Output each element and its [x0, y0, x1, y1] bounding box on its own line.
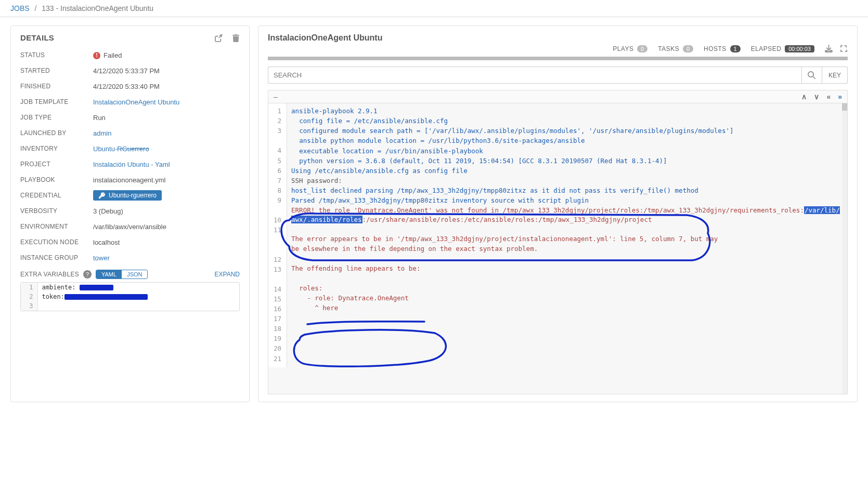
- output-line: [291, 254, 843, 264]
- finished-label: FINISHED: [20, 83, 93, 90]
- job-type-value: Run: [93, 114, 240, 122]
- inventory-label: INVENTORY: [20, 145, 93, 152]
- environment-label: ENVIRONMENT: [20, 223, 93, 230]
- verbosity-value: 3 (Debug): [93, 207, 240, 215]
- delete-icon[interactable]: [232, 33, 240, 42]
- toggle-json[interactable]: JSON: [122, 270, 147, 278]
- toggle-yaml[interactable]: YAML: [96, 270, 122, 278]
- job-template-label: JOB TEMPLATE: [20, 98, 93, 105]
- output-line: SSH password:: [291, 176, 843, 186]
- relaunch-icon[interactable]: [215, 33, 225, 42]
- status-failed-icon: !: [93, 52, 100, 59]
- output-line: be elsewhere in the file depending on th…: [291, 244, 843, 254]
- playbook-value: instalaciononeagent.yml: [93, 176, 240, 184]
- nav-top-icon[interactable]: «: [826, 92, 831, 101]
- output-panel: InstalacionOneAgent Ubuntu PLAYS 0 TASKS…: [258, 25, 858, 402]
- breadcrumb-sep: /: [34, 4, 36, 12]
- plays-count: 0: [637, 45, 647, 52]
- output-line: ansible-playbook 2.9.1: [291, 107, 843, 116]
- started-value: 4/12/2020 5:33:37 PM: [93, 67, 240, 75]
- output-line: config file = /etc/ansible/ansible.cfg: [291, 116, 843, 126]
- environment-value: /var/lib/awx/venv/ansible: [93, 223, 240, 231]
- redacted-value: [80, 285, 113, 290]
- elapsed-value: 00:00:03: [785, 45, 814, 52]
- extra-vars-editor[interactable]: 1ambiente: 2token: 3: [20, 282, 240, 311]
- output-line: python version = 3.6.8 (default, Oct 11 …: [291, 156, 843, 166]
- redacted-value: [64, 294, 148, 300]
- help-icon[interactable]: ?: [83, 270, 92, 278]
- search-input[interactable]: [268, 67, 801, 84]
- hosts-count: 1: [730, 45, 741, 52]
- output-line: configured module search path = ['/var/l…: [291, 126, 843, 136]
- expand-icon[interactable]: [840, 45, 848, 52]
- launched-by-label: LAUNCHED BY: [20, 129, 93, 137]
- playbook-label: PLAYBOOK: [20, 176, 93, 183]
- job-type-label: JOB TYPE: [20, 114, 93, 121]
- output-line-error: ERROR! the role 'Dynatrace.OneAgent' was…: [291, 206, 843, 224]
- output-line: ^ here: [291, 303, 843, 313]
- output-line: - role: Dynatrace.OneAgent: [291, 294, 843, 303]
- job-output: 123456789101112131415161718192021 ansibl…: [268, 103, 848, 394]
- instance-group-link[interactable]: tower: [93, 254, 110, 262]
- elapsed-label: ELAPSED: [751, 45, 782, 52]
- launched-by-link[interactable]: admin: [93, 129, 111, 137]
- execution-node-value: localhost: [93, 238, 240, 246]
- output-line: ansible python module location = /usr/li…: [291, 136, 843, 146]
- output-line: The error appears to be in '/tmp/awx_133…: [291, 234, 843, 244]
- output-gutter: 123456789101112131415161718192021: [268, 103, 287, 367]
- scrollbar-track[interactable]: [842, 103, 847, 394]
- output-line: [291, 274, 843, 284]
- output-line: roles:: [291, 284, 843, 294]
- collapse-toggle[interactable]: –: [274, 92, 278, 101]
- output-line: executable location = /usr/bin/ansible-p…: [291, 147, 843, 156]
- key-icon: [98, 192, 106, 199]
- status-value: !Failed: [93, 51, 122, 59]
- nav-up-icon[interactable]: ∧: [801, 92, 807, 101]
- finished-value: 4/12/2020 5:33:40 PM: [93, 83, 240, 90]
- project-link[interactable]: Instalación Ubuntu - Yaml: [93, 161, 170, 168]
- output-line: The offending line appears to be:: [291, 264, 843, 274]
- extra-vars-label: EXTRA VARIABLES: [20, 271, 79, 278]
- scrollbar-thumb[interactable]: [842, 103, 847, 111]
- output-line: [291, 313, 843, 323]
- progress-bar: [268, 57, 848, 60]
- breadcrumb: JOBS / 133 - InstalacionOneAgent Ubuntu: [0, 0, 868, 17]
- tasks-label: TASKS: [658, 45, 679, 52]
- hosts-label: HOSTS: [704, 45, 727, 52]
- nav-down-icon[interactable]: ∨: [814, 92, 819, 101]
- execution-node-label: EXECUTION NODE: [20, 238, 93, 246]
- job-title: InstalacionOneAgent Ubuntu: [268, 33, 848, 43]
- output-line: Parsed /tmp/awx_133_3h2dgjny/tmpp80zitxz…: [291, 196, 843, 206]
- instance-group-label: INSTANCE GROUP: [20, 254, 93, 261]
- breadcrumb-current: 133 - InstalacionOneAgent Ubuntu: [42, 4, 153, 12]
- output-line: host_list declined parsing /tmp/awx_133_…: [291, 186, 843, 196]
- output-line: [291, 224, 843, 234]
- format-toggle: YAML JSON: [96, 270, 148, 279]
- inventory-link[interactable]: Ubuntu-RGuerrero: [93, 145, 149, 153]
- details-panel: DETAILS STATUS !Failed STARTED4/12/2020 …: [10, 25, 250, 402]
- project-label: PROJECT: [20, 161, 93, 168]
- plays-label: PLAYS: [613, 45, 633, 52]
- expand-button[interactable]: EXPAND: [215, 271, 240, 278]
- credential-label: CREDENTIAL: [20, 192, 93, 199]
- search-button[interactable]: [801, 67, 822, 84]
- status-label: STATUS: [20, 51, 93, 59]
- download-icon[interactable]: [825, 45, 833, 52]
- output-line: Using /etc/ansible/ansible.cfg as config…: [291, 166, 843, 176]
- job-template-link[interactable]: InstalacionOneAgent Ubuntu: [93, 98, 179, 106]
- credential-badge[interactable]: Ubuntu-rguerrero: [93, 190, 162, 201]
- tasks-count: 0: [683, 45, 693, 52]
- started-label: STARTED: [20, 67, 93, 74]
- verbosity-label: VERBOSITY: [20, 207, 93, 215]
- nav-bottom-icon[interactable]: »: [838, 92, 842, 101]
- details-title: DETAILS: [20, 33, 54, 42]
- breadcrumb-root-link[interactable]: JOBS: [10, 4, 30, 12]
- key-button[interactable]: KEY: [822, 67, 848, 84]
